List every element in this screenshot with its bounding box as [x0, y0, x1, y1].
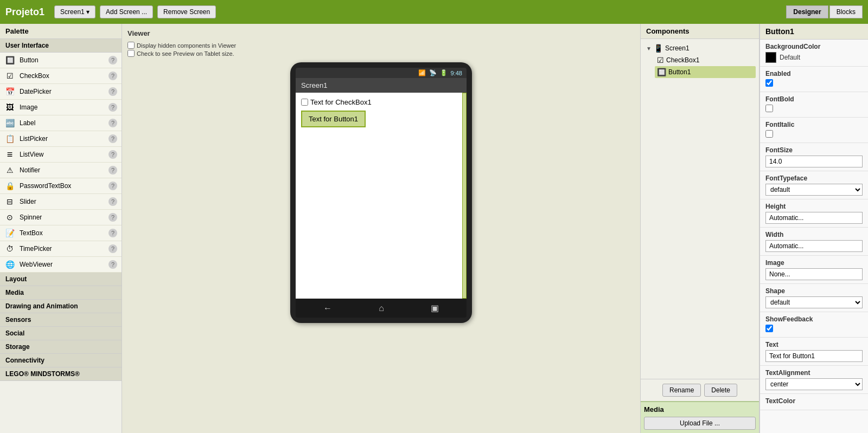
- expand-screen1-icon: ▼: [646, 46, 652, 51]
- passwordtextbox-help-icon[interactable]: ?: [108, 182, 117, 190]
- textalignment-select[interactable]: center left right: [765, 378, 863, 390]
- timepicker-help-icon[interactable]: ?: [108, 244, 117, 253]
- prop-shape: Shape default rounded rectangular oval: [760, 284, 868, 312]
- fonttypeface-select[interactable]: default serif sans-serif monospace: [765, 184, 863, 196]
- fontitalic-checkbox[interactable]: [765, 130, 773, 138]
- components-bottom-buttons: Rename Delete: [641, 379, 759, 401]
- palette-section-connectivity[interactable]: Connectivity: [0, 354, 122, 367]
- palette-item-slider[interactable]: ⊟ Slider ?: [0, 194, 122, 210]
- palette-section-storage[interactable]: Storage: [0, 340, 122, 354]
- components-title: Components: [641, 24, 759, 39]
- prop-image: Image: [760, 256, 868, 284]
- option-tablet-label: Check to see Preview on Tablet size.: [127, 50, 635, 57]
- palette-title: Palette: [0, 24, 122, 39]
- option-tablet-checkbox[interactable]: [127, 50, 135, 57]
- label-palette-icon: 🔤: [4, 118, 15, 128]
- tree-item-checkbox1[interactable]: ☑ CheckBox1: [655, 54, 756, 66]
- palette-item-textbox[interactable]: 📝 TextBox ?: [0, 225, 122, 241]
- palette-section-lego[interactable]: LEGO® MINDSTORMS®: [0, 367, 122, 381]
- webviewer-help-icon[interactable]: ?: [108, 260, 117, 269]
- datepicker-help-icon[interactable]: ?: [108, 87, 117, 96]
- palette-item-spinner[interactable]: ⊙ Spinner ?: [0, 210, 122, 225]
- tree-child-button1: 🔲 Button1: [644, 66, 756, 78]
- image-palette-icon: 🖼: [4, 102, 15, 113]
- header: Projeto1 Screen1 ▾ Add Screen ... Remove…: [0, 0, 868, 24]
- palette-item-image[interactable]: 🖼 Image ?: [0, 100, 122, 115]
- palette-item-checkbox[interactable]: ☑ CheckBox ?: [0, 68, 122, 84]
- delete-btn[interactable]: Delete: [704, 384, 737, 397]
- button1-icon: 🔲: [657, 68, 666, 76]
- palette-section-social[interactable]: Social: [0, 327, 122, 340]
- slider-help-icon[interactable]: ?: [108, 197, 117, 206]
- home-nav-btn[interactable]: ⌂: [379, 303, 384, 313]
- fontbold-checkbox[interactable]: [765, 105, 773, 112]
- textbox-help-icon[interactable]: ?: [108, 229, 117, 237]
- upload-file-btn[interactable]: Upload File ...: [644, 417, 756, 430]
- phone-content[interactable]: Text for CheckBox1 Text for Button1: [296, 93, 467, 299]
- backgroundcolor-swatch[interactable]: [765, 52, 776, 63]
- option-hidden-checkbox[interactable]: [127, 42, 135, 49]
- palette-item-label[interactable]: 🔤 Label ?: [0, 115, 122, 131]
- components-panel: Components ▼ 📱 Screen1 ☑ CheckBox1 🔲 But…: [640, 24, 760, 433]
- screen-dropdown-btn[interactable]: Screen1 ▾: [54, 5, 95, 18]
- palette-section-user-interface[interactable]: User Interface: [0, 39, 122, 53]
- text-input[interactable]: [765, 350, 863, 362]
- palette-item-listpicker[interactable]: 📋 ListPicker ?: [0, 131, 122, 147]
- viewer-panel: Viewer Display hidden components in View…: [122, 24, 640, 433]
- palette-item-datepicker[interactable]: 📅 DatePicker ?: [0, 84, 122, 100]
- notifier-help-icon[interactable]: ?: [108, 166, 117, 175]
- image-input[interactable]: [765, 268, 863, 280]
- checkbox-palette-icon: ☑: [4, 70, 15, 81]
- tree-item-screen1[interactable]: ▼ 📱 Screen1: [644, 42, 756, 54]
- phone-button[interactable]: Text for Button1: [301, 111, 366, 127]
- phone-frame: 📶 📡 🔋 9:48 Screen1 Text for CheckBox1 Te…: [290, 62, 472, 323]
- showfeedback-checkbox[interactable]: [765, 325, 773, 332]
- back-nav-btn[interactable]: ←: [323, 303, 332, 313]
- prop-textcolor: TextColor: [760, 394, 868, 410]
- width-input[interactable]: [765, 240, 863, 252]
- phone-checkbox[interactable]: [301, 99, 308, 106]
- components-tree: ▼ 📱 Screen1 ☑ CheckBox1 🔲 Button1: [641, 39, 759, 379]
- palette-section-layout[interactable]: Layout: [0, 273, 122, 286]
- palette-section-media[interactable]: Media: [0, 286, 122, 300]
- screen1-icon: 📱: [654, 44, 663, 53]
- recents-nav-btn[interactable]: ▣: [431, 303, 439, 313]
- rename-btn[interactable]: Rename: [662, 384, 701, 397]
- viewer-title: Viewer: [127, 29, 635, 37]
- phone-status-bar: 📶 📡 🔋 9:48: [296, 68, 467, 78]
- spinner-help-icon[interactable]: ?: [108, 213, 117, 222]
- shape-select[interactable]: default rounded rectangular oval: [765, 296, 863, 308]
- palette-item-listview[interactable]: ≡ ListView ?: [0, 147, 122, 163]
- prop-backgroundcolor: BackgroundColor Default: [760, 40, 868, 67]
- prop-fontitalic: FontItalic: [760, 118, 868, 143]
- height-input[interactable]: [765, 212, 863, 224]
- palette-item-notifier[interactable]: ⚠ Notifier ?: [0, 163, 122, 178]
- properties-title: Button1: [760, 24, 868, 40]
- enabled-checkbox[interactable]: [765, 79, 773, 87]
- fontsize-input[interactable]: [765, 156, 863, 167]
- blocks-mode-btn[interactable]: Blocks: [829, 5, 863, 18]
- remove-screen-btn[interactable]: Remove Screen: [157, 5, 216, 18]
- palette-section-sensors[interactable]: Sensors: [0, 313, 122, 327]
- label-help-icon[interactable]: ?: [108, 119, 117, 127]
- tree-item-button1[interactable]: 🔲 Button1: [655, 66, 756, 78]
- palette-section-drawing[interactable]: Drawing and Animation: [0, 300, 122, 313]
- option-hidden-label: Display hidden components in Viewer: [127, 42, 635, 49]
- designer-mode-btn[interactable]: Designer: [786, 5, 828, 18]
- add-screen-btn[interactable]: Add Screen ...: [100, 5, 153, 18]
- listpicker-help-icon[interactable]: ?: [108, 134, 117, 143]
- prop-enabled: Enabled: [760, 67, 868, 92]
- palette-item-passwordtextbox[interactable]: 🔒 PasswordTextBox ?: [0, 178, 122, 194]
- passwordtextbox-palette-icon: 🔒: [4, 180, 15, 191]
- checkbox-help-icon[interactable]: ?: [108, 72, 117, 80]
- palette-item-webviewer[interactable]: 🌐 WebViewer ?: [0, 257, 122, 273]
- prop-fonttypeface: FontTypeface default serif sans-serif mo…: [760, 171, 868, 199]
- listview-help-icon[interactable]: ?: [108, 150, 117, 159]
- webviewer-palette-icon: 🌐: [4, 259, 15, 270]
- palette-item-timepicker[interactable]: ⏱ TimePicker ?: [0, 241, 122, 257]
- image-help-icon[interactable]: ?: [108, 103, 117, 112]
- tree-child-checkbox1: ☑ CheckBox1: [644, 54, 756, 66]
- button-help-icon[interactable]: ?: [108, 56, 117, 64]
- prop-text: Text: [760, 338, 868, 366]
- palette-item-button[interactable]: 🔲 Button ?: [0, 53, 122, 68]
